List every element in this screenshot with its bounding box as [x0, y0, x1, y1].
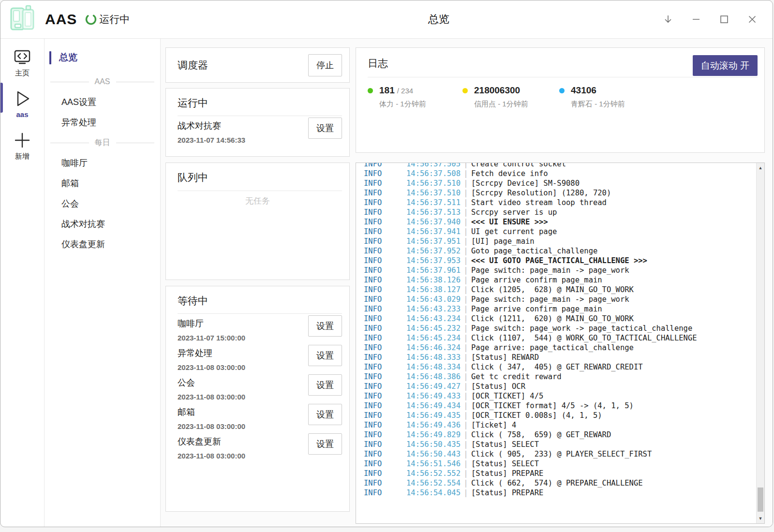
resource-stat: 181/ 234体力 - 1分钟前 [368, 85, 426, 109]
log-line: INFO14:56:37.951|[UI] page_main [364, 236, 756, 246]
stat-label: 青辉石 - 1分钟前 [571, 100, 625, 109]
log-message: [Scrcpy Device] SM-S9080 [471, 178, 580, 188]
log-level: INFO [364, 459, 406, 469]
sidebar-item[interactable]: 异常处理 [45, 112, 160, 133]
waiting-task-row: 仪表盘更新2023-11-08 03:00:00设置 [166, 432, 349, 461]
log-message: Fetch device info [471, 169, 548, 178]
settings-button[interactable]: 设置 [308, 315, 342, 337]
log-scrollbar[interactable]: ▲ ▼ [756, 163, 764, 523]
log-level: INFO [364, 304, 406, 314]
log-separator: | [461, 275, 471, 285]
queue-empty-text: 无任务 [166, 195, 349, 207]
log-line: INFO14:56:37.961|Page switch: page_main … [364, 266, 756, 275]
log-message: Page arrive confirm page_main [471, 275, 602, 285]
log-separator: | [461, 343, 471, 353]
log-timestamp: 14:56:51.546 [406, 459, 461, 469]
log-timestamp: 14:56:43.233 [406, 304, 461, 314]
settings-button[interactable]: 设置 [308, 345, 342, 366]
scroll-down-icon[interactable]: ▼ [757, 515, 764, 522]
log-message: [Status] PREPARE [471, 488, 543, 498]
log-level: INFO [364, 188, 406, 198]
log-separator: | [461, 169, 471, 178]
resource-stat: 218006300信用点 - 1分钟前 [462, 85, 528, 109]
log-level: INFO [364, 169, 406, 178]
sidebar-item[interactable]: 公会 [45, 193, 160, 214]
sidebar-item[interactable]: 仪表盘更新 [45, 234, 160, 254]
active-rail-indicator [0, 83, 3, 113]
stat-dot-icon [368, 88, 373, 93]
autoscroll-toggle-button[interactable]: 自动滚动 开 [693, 55, 758, 76]
log-line: INFO14:56:48.333|[Status] REWARD [364, 353, 756, 362]
screen: AAS 运行中 总览 [0, 0, 774, 532]
close-icon[interactable] [746, 14, 758, 25]
log-timestamp: 14:56:37.505 [406, 163, 461, 169]
log-message: Page arrive confirm page_main [471, 304, 602, 314]
settings-button[interactable]: 设置 [308, 404, 342, 425]
sidebar-item-overview[interactable]: 总览 [45, 50, 160, 65]
plus-icon [13, 131, 32, 149]
log-separator: | [461, 430, 471, 440]
sidebar-item[interactable]: 邮箱 [45, 173, 160, 193]
sidebar-item[interactable]: 战术对抗赛 [45, 214, 160, 234]
queue-card: 队列中 无任务 [165, 163, 350, 280]
log-separator: | [461, 488, 471, 498]
divider-line [50, 82, 89, 82]
log-separator: | [461, 362, 471, 372]
log-separator: | [461, 246, 471, 256]
log-separator: | [461, 411, 471, 420]
rail-item-new[interactable]: 新增 [0, 131, 44, 161]
log-line: INFO14:56:38.127|Click (1205, 628) @ MAI… [364, 285, 756, 295]
divider-line [116, 82, 155, 82]
waiting-card: 等待中 咖啡厅2023-11-07 15:00:00设置异常处理2023-11-… [165, 286, 350, 512]
running-spinner-icon [85, 13, 97, 26]
active-item-indicator [49, 51, 51, 64]
log-line: INFO14:56:37.953|<<< UI GOTO PAGE_TACTIC… [364, 256, 756, 266]
log-output-box: INFO14:56:37.505|Create control socketIN… [356, 163, 765, 524]
log-level: INFO [364, 163, 406, 169]
divider [178, 191, 342, 191]
log-timestamp: 14:56:50.443 [406, 449, 461, 459]
maximize-icon[interactable] [718, 14, 730, 25]
scrollbar-thumb[interactable] [758, 488, 763, 512]
log-level: INFO [364, 207, 406, 217]
log-timestamp: 14:56:50.435 [406, 440, 461, 449]
log-line: INFO14:56:48.386|Get tc credit reward [364, 372, 756, 382]
rail-item-label: aas [16, 110, 28, 118]
page-title: 总览 [428, 12, 449, 27]
log-message: Page switch: page_main -> page_work [471, 295, 629, 304]
log-message: UI get current page [471, 227, 557, 236]
log-line: INFO14:56:37.505|Create control socket [364, 163, 756, 169]
stop-button[interactable]: 停止 [308, 54, 342, 76]
settings-button[interactable]: 设置 [308, 118, 342, 139]
home-code-monitor-icon [13, 48, 32, 66]
divider-line [116, 143, 155, 143]
log-level: INFO [364, 266, 406, 275]
log-separator: | [461, 285, 471, 295]
settings-button[interactable]: 设置 [308, 433, 342, 455]
rail-item-home[interactable]: 主页 [0, 48, 44, 78]
minimize-icon[interactable] [690, 14, 702, 25]
log-scroll-area[interactable]: INFO14:56:37.505|Create control socketIN… [356, 163, 756, 523]
log-level: INFO [364, 227, 406, 236]
settings-button[interactable]: 设置 [308, 374, 342, 396]
log-level: INFO [364, 275, 406, 285]
sidebar-item[interactable]: 咖啡厅 [45, 153, 160, 173]
log-timestamp: 14:56:49.435 [406, 411, 461, 420]
log-timestamp: 14:56:46.324 [406, 343, 461, 353]
log-timestamp: 14:56:49.434 [406, 401, 461, 411]
log-message: [Status] SELECT [471, 459, 539, 469]
log-timestamp: 14:56:37.952 [406, 246, 461, 256]
scroll-up-icon[interactable]: ▲ [757, 164, 764, 172]
rail-item-aas[interactable]: aas [0, 89, 44, 118]
log-level: INFO [364, 217, 406, 227]
log-message: [Status] SELECT [471, 440, 539, 449]
log-timestamp: 14:56:37.953 [406, 256, 461, 266]
download-icon[interactable] [662, 14, 674, 25]
log-timestamp: 14:56:37.940 [406, 217, 461, 227]
log-timestamp: 14:56:48.333 [406, 353, 461, 362]
sidebar-item[interactable]: AAS设置 [45, 92, 160, 112]
log-timestamp: 14:56:49.436 [406, 420, 461, 430]
log-message: [Status] REWARD [471, 353, 539, 362]
log-separator: | [461, 256, 471, 266]
scheduler-title: 调度器 [178, 59, 208, 72]
